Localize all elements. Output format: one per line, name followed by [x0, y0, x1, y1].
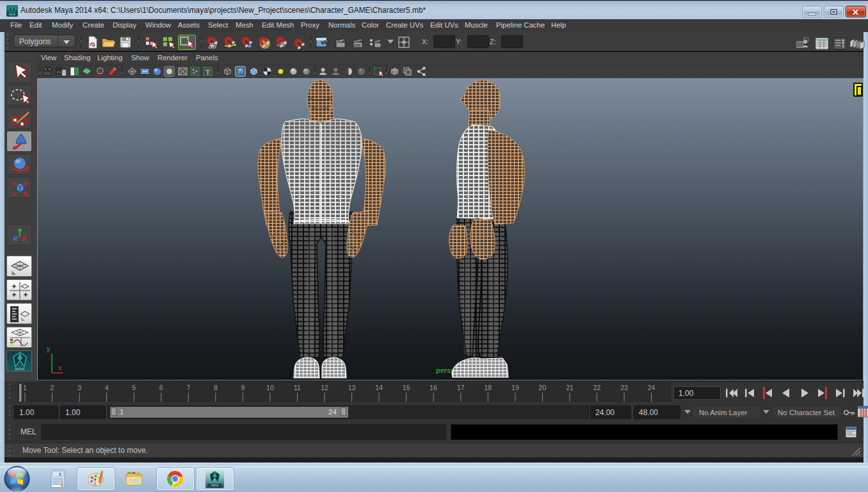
- svg-text:MAYA: MAYA: [211, 484, 219, 487]
- svg-text:1: 1: [23, 384, 27, 391]
- svg-text:8: 8: [214, 384, 218, 391]
- svg-text:22: 22: [593, 384, 601, 391]
- svg-text:21: 21: [566, 384, 574, 391]
- svg-text:18: 18: [484, 384, 492, 391]
- svg-text:T: T: [205, 68, 210, 76]
- svg-text:17: 17: [457, 384, 465, 391]
- svg-text:12: 12: [321, 384, 328, 391]
- svg-text:19: 19: [511, 384, 519, 391]
- svg-text:9: 9: [241, 384, 245, 391]
- svg-text:MAYA: MAYA: [9, 13, 16, 16]
- svg-text:13: 13: [348, 384, 356, 391]
- svg-text:5: 5: [132, 384, 136, 391]
- svg-text:4: 4: [105, 384, 109, 391]
- svg-text:11: 11: [294, 384, 301, 391]
- svg-text:6: 6: [159, 384, 163, 391]
- svg-text:7: 7: [186, 384, 190, 391]
- svg-text:24: 24: [648, 384, 655, 391]
- svg-text:16: 16: [430, 384, 437, 391]
- svg-text:23: 23: [620, 384, 628, 391]
- svg-text:14: 14: [375, 384, 383, 391]
- svg-text:20: 20: [539, 384, 547, 391]
- svg-text:0: 0: [59, 472, 61, 477]
- svg-text:2: 2: [51, 384, 54, 391]
- svg-text:MAYA: MAYA: [15, 367, 25, 371]
- svg-text:IPR: IPR: [354, 44, 361, 47]
- svg-text:15: 15: [403, 384, 410, 391]
- svg-text:10: 10: [266, 384, 274, 391]
- svg-text:3: 3: [77, 384, 81, 391]
